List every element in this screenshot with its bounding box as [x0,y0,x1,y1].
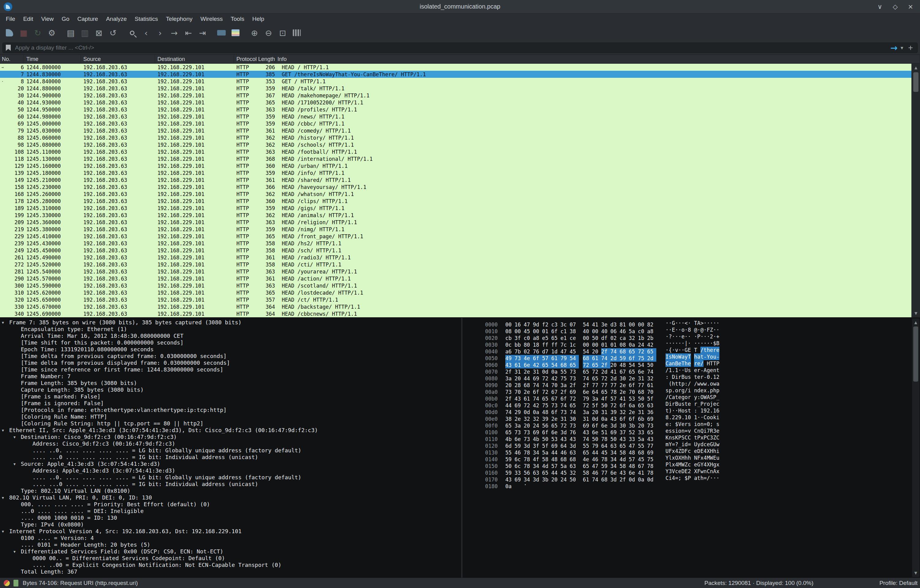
detail-line[interactable]: ▾Destination: Cisco_9d:f2:c3 (00:16:47:9… [0,434,461,441]
detail-line[interactable]: Type: IPv4 (0x0800) [0,521,461,528]
detail-line[interactable]: Frame Number: 7 [0,373,461,380]
details-scroll-down-icon[interactable]: ▼ [912,570,919,577]
menu-item-help[interactable]: Help [248,16,268,23]
packet-row-158[interactable]: 1581245.230000192.168.203.63192.168.229.… [0,183,912,191]
detail-line[interactable]: Type: 802.1Q Virtual LAN (0x8100) [0,488,461,494]
scroll-down-icon[interactable]: ▼ [912,310,920,317]
detail-line[interactable]: [Frame is ignored: False] [0,400,461,407]
packet-row-219[interactable]: 2191245.380000192.168.203.63192.168.229.… [0,226,912,233]
detail-line[interactable]: ▾Internet Protocol Version 4, Src: 192.1… [0,528,461,535]
menu-item-capture[interactable]: Capture [73,16,102,23]
hex-row[interactable]: 00803a204469724275737465722d302e3132: Di… [485,374,920,381]
expander-icon[interactable]: ▾ [13,434,16,441]
packet-row-60[interactable]: 601244.980000192.168.203.63192.168.229.1… [0,113,912,120]
packet-row-6[interactable]: →61244.800000192.168.203.63192.168.229.1… [0,64,912,71]
menu-item-tools[interactable]: Tools [227,16,248,23]
hex-row[interactable]: 0100657373696f6e3d76436e516937523365essi… [485,428,920,434]
packet-row-229[interactable]: 2291245.410000192.168.203.63192.168.229.… [0,233,912,240]
column-header-source[interactable]: Source [81,55,155,63]
packet-row-300[interactable]: 3001245.590000192.168.203.63192.168.229.… [0,282,912,289]
column-header-time[interactable]: Time [24,55,81,63]
packet-row-330[interactable]: 3301245.670000192.168.203.63192.168.229.… [0,303,912,310]
colorize-button[interactable] [228,26,243,39]
detail-line[interactable]: ▾Ethernet II, Src: Apple_41:3e:d3 (3c:07… [0,427,461,434]
detail-line[interactable]: Epoch Time: 1331920110.080000000 seconds [0,346,461,353]
hex-row[interactable]: 01704369343d3b2024506174683d2f0d0a0dCi4=… [485,475,920,481]
capture-options-button[interactable]: ⚙ [45,26,59,39]
maximize-button[interactable]: ◇ [891,3,899,10]
column-header-no[interactable]: No. [0,55,24,63]
autoscroll-button[interactable] [214,26,228,39]
hex-row[interactable]: 0140596c784f584868684e4678344d574575YlxO… [485,455,920,461]
detail-line[interactable]: Frame Length: 385 bytes (3080 bits) [0,380,461,387]
detail-line[interactable]: ▾802.1Q Virtual LAN, PRI: 0, DEI: 0, ID:… [0,494,461,501]
menu-item-statistics[interactable]: Statistics [131,16,162,23]
profile-status[interactable]: Profile: Default [879,580,918,586]
packet-row-340[interactable]: 3401245.690000192.168.203.63192.168.229.… [0,310,912,317]
hex-row[interactable]: 001008004500016fc13840004006465ac0a8··E·… [485,326,920,333]
menu-item-analyze[interactable]: Analyze [102,16,131,23]
packet-row-98[interactable]: 981245.080000192.168.203.63192.168.229.1… [0,141,912,148]
packet-row-30[interactable]: 301244.900000192.168.203.63192.168.229.1… [0,92,912,99]
zoom-original-button[interactable]: ⊡ [275,26,290,39]
hex-row[interactable]: 00f0653a202456657273696f6e3d303b2073e: $… [485,421,920,428]
detail-line[interactable]: .... 0000 1000 0010 = ID: 130 [0,515,461,521]
minimize-button[interactable]: ∨ [876,3,884,10]
display-filter-input[interactable] [15,44,887,51]
packet-list-scroll-thumb[interactable] [913,72,918,92]
detail-line[interactable]: [Time delta from previous displayed fram… [0,360,461,366]
packet-row-20[interactable]: 201244.880000192.168.203.63192.168.229.1… [0,85,912,92]
packet-row-281[interactable]: 2811245.540000192.168.203.63192.168.229.… [0,268,912,275]
zoom-out-button[interactable]: ⊖ [262,26,275,39]
packet-row-261[interactable]: 2611245.490000192.168.203.63192.168.229.… [0,254,912,261]
scroll-up-icon[interactable]: ▲ [912,64,920,71]
bookmark-icon[interactable] [6,45,11,51]
capture-start-button[interactable] [2,26,16,39]
hex-row[interactable]: 016059335663654445325846776e436e4178Y3Vc… [485,468,920,475]
column-header-length[interactable]: Length [258,55,275,63]
hex-row[interactable]: 00b02f43617465676f72793a4f574153505f/Cat… [485,394,920,400]
detail-line[interactable]: 000. .... .... .... = Priority: Best Eff… [0,501,461,508]
details-scrollbar[interactable]: ▲ ▼ [912,319,919,577]
expander-icon[interactable]: ▾ [13,461,16,467]
detail-line[interactable]: ▾Differentiated Services Field: 0x00 (DS… [0,548,461,555]
expander-icon[interactable]: ▾ [2,427,4,434]
go-first-button[interactable]: ⇤ [181,26,195,39]
packet-row-7[interactable]: 71244.830000192.168.203.63192.168.229.10… [0,71,912,78]
packet-row-40[interactable]: 401244.930000192.168.203.63192.168.229.1… [0,99,912,106]
hex-row[interactable]: 0130554678345a4446636544453458486869UFx4… [485,448,920,455]
detail-line[interactable]: 0000 00.. = Differentiated Services Code… [0,555,461,562]
add-filter-button-icon[interactable]: + [908,43,913,53]
expander-icon[interactable]: ▾ [2,319,4,326]
expert-info-icon[interactable] [4,580,10,586]
hex-row[interactable]: 00a073702e6f72672f696e6465782e706870sp.o… [485,387,920,394]
packet-row-168[interactable]: 1681245.260000192.168.203.63192.168.229.… [0,191,912,198]
file-open-button[interactable]: ▤ [64,26,78,39]
capture-file-icon[interactable] [13,580,18,586]
detail-line[interactable]: [Protocols in frame: eth:ethertype:vlan:… [0,407,461,413]
details-scroll-thumb[interactable] [913,326,918,382]
go-to-packet-button[interactable]: → [167,26,181,39]
expander-icon[interactable]: ▾ [13,548,16,555]
packet-row-209[interactable]: 2091245.360000192.168.203.63192.168.229.… [0,219,912,226]
menu-item-edit[interactable]: Edit [19,16,37,23]
packet-row-69[interactable]: 691245.000000192.168.203.63192.168.229.1… [0,120,912,127]
column-header-destination[interactable]: Destination [155,55,234,63]
detail-line[interactable]: .... 0101 = Header Length: 20 bytes (5) [0,541,461,548]
find-packet-button[interactable] [125,26,139,39]
hex-row[interactable]: 006043616e426554686572652f2048545450CanB… [485,360,920,367]
detail-line[interactable]: [Time since reference or first frame: 12… [0,366,461,373]
detail-line[interactable]: [Coloring Rule String: http || tcp.port … [0,420,461,427]
zoom-in-button[interactable]: ⊕ [248,26,262,39]
detail-line[interactable]: Address: Apple_41:3e:d3 (3c:07:54:41:3e:… [0,467,461,474]
go-back-button[interactable]: ‹ [139,26,153,39]
column-header-info[interactable]: Info [275,55,920,63]
packet-row-8[interactable]: ·81244.840000192.168.203.63192.168.229.1… [0,78,912,85]
hex-row[interactable]: 00902028687474703a2f2f7777772e6f7761 (ht… [485,381,920,387]
detail-line[interactable]: .... ..0. .... .... .... .... = LG bit: … [0,474,461,481]
hex-row[interactable]: 005049734e6f576179546861742d596f752dIsNo… [485,353,920,360]
packet-row-88[interactable]: 881245.060000192.168.203.63192.168.229.1… [0,134,912,141]
close-button[interactable]: × [907,3,915,10]
detail-line[interactable]: .... ...0 .... .... .... .... = IG bit: … [0,481,461,488]
title-bar[interactable]: isolated_communication.pcap ∨◇× [0,0,920,13]
